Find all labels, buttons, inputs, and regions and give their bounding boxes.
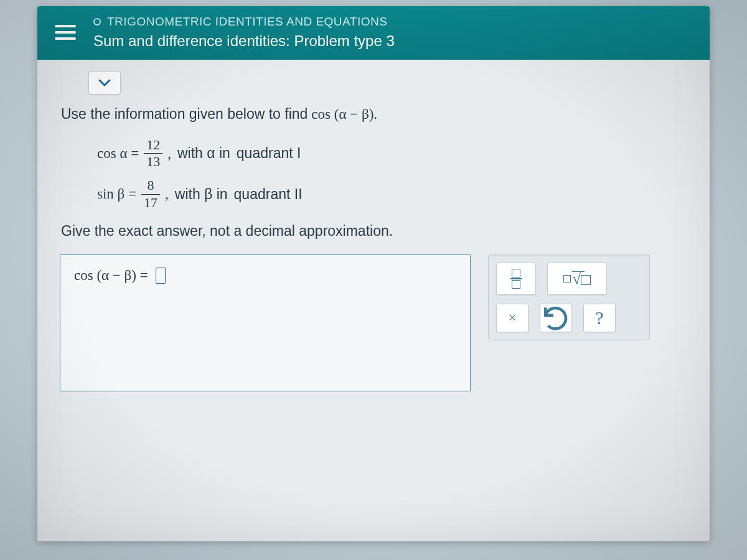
alpha-func: cos α = — [97, 146, 139, 162]
radical-icon: √ — [563, 269, 590, 288]
beta-desc-prefix: with β in — [175, 186, 228, 203]
menu-icon[interactable] — [52, 22, 78, 42]
alpha-desc-prefix: with α in — [177, 145, 230, 162]
alpha-numerator: 12 — [144, 138, 162, 153]
undo-icon — [540, 302, 571, 334]
math-toolbox: √ × — [488, 254, 650, 340]
clear-button[interactable]: × — [496, 304, 529, 332]
alpha-comma: , — [167, 146, 171, 162]
beta-denominator: 17 — [141, 194, 160, 210]
chevron-down-icon — [98, 78, 111, 87]
beta-func: sin β = — [97, 186, 136, 202]
prompt-target-expression: cos (α − β). — [311, 106, 377, 123]
fraction-tool-button[interactable] — [496, 263, 536, 295]
answer-input-area[interactable]: cos (α − β) = — [60, 254, 471, 391]
clear-icon: × — [508, 309, 517, 326]
chapter-label: TRIGONOMETRIC IDENTITIES AND EQUATIONS — [107, 15, 387, 29]
alpha-quadrant: quadrant I — [237, 145, 301, 162]
chapter-bullet-icon — [93, 18, 101, 26]
header-text: TRIGONOMETRIC IDENTITIES AND EQUATIONS S… — [93, 15, 395, 50]
page-header: TRIGONOMETRIC IDENTITIES AND EQUATIONS S… — [37, 6, 710, 60]
alpha-denominator: 13 — [144, 153, 162, 169]
alpha-fraction: 12 13 — [144, 138, 162, 169]
answer-placeholder-box[interactable] — [156, 268, 166, 284]
radical-tool-button[interactable]: √ — [547, 263, 607, 295]
fraction-icon — [510, 269, 522, 289]
help-icon: ? — [595, 307, 603, 329]
undo-button[interactable] — [540, 304, 572, 332]
instruction-text: Give the exact answer, not a decimal app… — [61, 223, 687, 240]
given-alpha: cos α = 12 13 , with α in quadrant I — [97, 138, 687, 169]
problem-prompt: Use the information given below to find … — [61, 106, 687, 123]
beta-fraction: 8 17 — [141, 178, 160, 210]
beta-quadrant: quadrant II — [234, 186, 303, 203]
answer-lhs: cos (α − β) = — [74, 268, 148, 284]
beta-numerator: 8 — [145, 178, 157, 194]
page-title: Sum and difference identities: Problem t… — [93, 32, 395, 50]
given-beta: sin β = 8 17 , with β in quadrant II — [97, 178, 687, 210]
expand-button[interactable] — [88, 71, 121, 95]
prompt-lead: Use the information given below to find — [61, 106, 308, 123]
beta-comma: , — [165, 186, 169, 202]
given-info: cos α = 12 13 , with α in quadrant I sin… — [97, 138, 687, 210]
help-button[interactable]: ? — [583, 304, 616, 332]
